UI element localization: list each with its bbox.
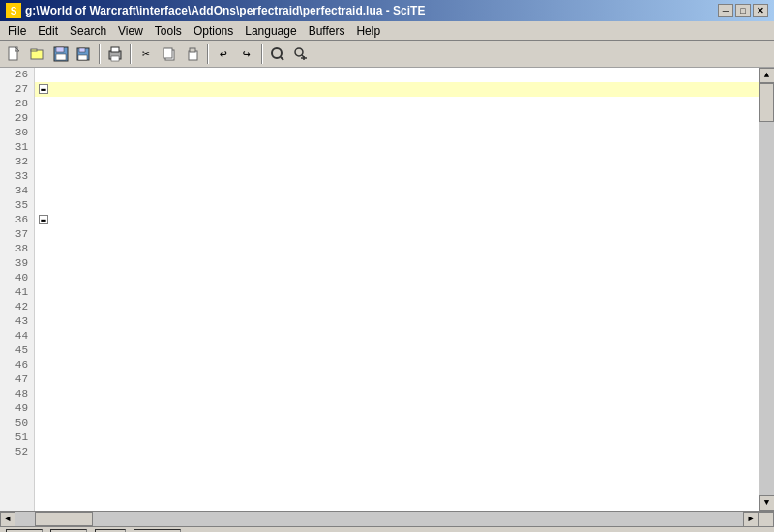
code-line-39[interactable] [35, 256, 759, 271]
line-number-38: 38 [0, 242, 34, 256]
code-line-50[interactable] [35, 416, 759, 430]
scroll-corner [759, 512, 774, 527]
undo-button[interactable]: ↩ [213, 44, 234, 65]
code-line-52[interactable] [35, 445, 759, 459]
code-line-28[interactable] [35, 97, 759, 111]
cut-button[interactable]: ✂ [135, 44, 157, 65]
menu-tools[interactable]: Tools [149, 23, 188, 39]
save-button[interactable] [50, 44, 72, 65]
new-button[interactable] [4, 44, 25, 65]
vertical-scrollbar[interactable]: ▲ ▼ [759, 68, 774, 511]
menu-bar: File Edit Search View Tools Options Lang… [0, 21, 774, 41]
line-number-46: 46 [0, 358, 34, 372]
code-line-36[interactable]: ▬ [35, 213, 759, 227]
menu-buffers[interactable]: Buffers [303, 23, 351, 39]
menu-options[interactable]: Options [188, 23, 239, 39]
code-line-26[interactable] [35, 68, 759, 82]
line-number-43: 43 [0, 314, 34, 329]
line-number-42: 42 [0, 300, 34, 314]
code-line-41[interactable] [35, 285, 759, 300]
scroll-track[interactable] [759, 83, 774, 495]
code-line-31[interactable] [35, 140, 759, 155]
line-number-33: 33 [0, 169, 34, 184]
code-line-51[interactable] [35, 430, 759, 445]
redo-button[interactable]: ↪ [236, 44, 257, 65]
title-bar: S g:\World of Warcraft\interface\AddOns\… [0, 0, 774, 21]
line-number-32: 32 [0, 155, 34, 169]
code-line-37[interactable] [35, 227, 759, 242]
save-all-button[interactable] [74, 44, 95, 65]
menu-view[interactable]: View [112, 23, 149, 39]
code-line-46[interactable] [35, 358, 759, 372]
menu-help[interactable]: Help [350, 23, 386, 39]
status-col: co=1 [50, 529, 87, 533]
line-number-30: 30 [0, 126, 34, 140]
code-line-48[interactable] [35, 387, 759, 401]
line-number-26: 26 [0, 68, 34, 82]
open-button[interactable] [27, 44, 48, 65]
menu-search[interactable]: Search [64, 23, 112, 39]
scroll-h-track[interactable] [15, 512, 743, 526]
maximize-button[interactable]: □ [735, 4, 751, 17]
line-number-41: 41 [0, 285, 34, 300]
code-line-34[interactable] [35, 184, 759, 198]
scroll-h-thumb[interactable] [35, 512, 93, 526]
fold-button-27[interactable]: ▬ [39, 84, 48, 94]
line-number-29: 29 [0, 111, 34, 126]
window-controls: ─ □ ✕ [718, 4, 768, 17]
code-line-38[interactable] [35, 242, 759, 256]
code-line-29[interactable] [35, 111, 759, 126]
code-line-44[interactable] [35, 329, 759, 343]
code-line-33[interactable] [35, 169, 759, 184]
svg-rect-5 [56, 54, 66, 60]
close-button[interactable]: ✕ [753, 4, 768, 17]
line-number-50: 50 [0, 416, 34, 430]
paste-button[interactable] [182, 44, 203, 65]
svg-rect-7 [79, 48, 85, 52]
line-number-48: 48 [0, 387, 34, 401]
svg-rect-15 [190, 48, 195, 52]
menu-file[interactable]: File [2, 23, 32, 39]
code-line-43[interactable] [35, 314, 759, 329]
code-line-27[interactable]: ▬ [35, 82, 759, 97]
scroll-up-arrow[interactable]: ▲ [759, 68, 775, 83]
code-line-47[interactable] [35, 372, 759, 387]
svg-rect-4 [56, 47, 64, 52]
fold-button-36[interactable]: ▬ [39, 215, 48, 224]
line-number-52: 52 [0, 445, 34, 459]
code-content[interactable]: ▬ ▬ [35, 68, 759, 511]
scroll-left-arrow[interactable]: ◄ [0, 512, 15, 527]
line-number-27: 27 [0, 82, 34, 97]
copy-button[interactable] [159, 44, 180, 65]
line-number-31: 31 [0, 140, 34, 155]
scroll-right-arrow[interactable]: ► [743, 512, 759, 527]
find-button[interactable] [267, 44, 288, 65]
status-encoding: CR+LF [134, 529, 181, 533]
line-numbers: 2627282930313233343536373839404142434445… [0, 68, 35, 511]
code-line-30[interactable] [35, 126, 759, 140]
svg-line-17 [281, 57, 283, 60]
code-line-42[interactable] [35, 300, 759, 314]
code-line-40[interactable] [35, 271, 759, 285]
code-line-35[interactable] [35, 198, 759, 213]
code-line-49[interactable] [35, 401, 759, 416]
line-number-39: 39 [0, 256, 34, 271]
findreplace-button[interactable] [290, 44, 312, 65]
scroll-down-arrow[interactable]: ▼ [759, 495, 775, 511]
svg-rect-11 [111, 56, 119, 61]
svg-point-18 [295, 48, 303, 56]
code-area[interactable]: ▬ ▬ [35, 68, 759, 511]
minimize-button[interactable]: ─ [718, 4, 733, 17]
svg-rect-13 [164, 48, 172, 58]
horizontal-scrollbar[interactable]: ◄ ► [0, 511, 774, 526]
code-line-32[interactable] [35, 155, 759, 169]
svg-rect-10 [111, 47, 119, 52]
code-line-45[interactable] [35, 343, 759, 358]
scroll-thumb[interactable] [759, 83, 774, 122]
menu-edit[interactable]: Edit [32, 23, 64, 39]
line-number-37: 37 [0, 227, 34, 242]
print-button[interactable] [104, 44, 126, 65]
line-number-28: 28 [0, 97, 34, 111]
menu-language[interactable]: Language [239, 23, 302, 39]
svg-rect-2 [31, 49, 37, 51]
